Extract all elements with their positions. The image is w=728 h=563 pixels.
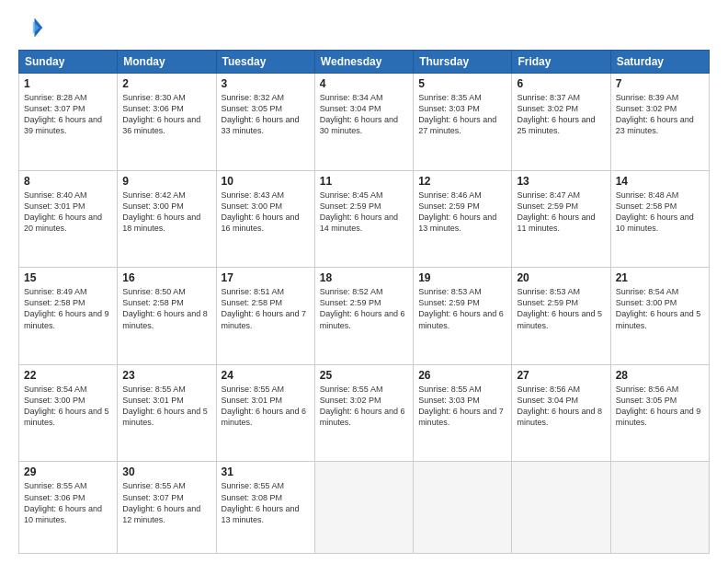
day-info: Sunrise: 8:56 AMSunset: 3:05 PMDaylight:… bbox=[616, 385, 701, 427]
day-info: Sunrise: 8:28 AMSunset: 3:07 PMDaylight:… bbox=[24, 93, 102, 135]
calendar-day bbox=[314, 462, 413, 554]
day-number: 16 bbox=[122, 271, 210, 284]
day-info: Sunrise: 8:56 AMSunset: 3:04 PMDaylight:… bbox=[517, 385, 602, 427]
calendar-day: 11 Sunrise: 8:45 AMSunset: 2:59 PMDaylig… bbox=[314, 170, 413, 268]
day-info: Sunrise: 8:46 AMSunset: 2:59 PMDaylight:… bbox=[418, 190, 496, 233]
calendar-day: 8 Sunrise: 8:40 AMSunset: 3:01 PMDayligh… bbox=[19, 170, 118, 268]
calendar-week-row: 29 Sunrise: 8:55 AMSunset: 3:06 PMDaylig… bbox=[19, 462, 710, 554]
calendar-day: 17 Sunrise: 8:51 AMSunset: 2:58 PMDaylig… bbox=[216, 268, 314, 365]
day-info: Sunrise: 8:30 AMSunset: 3:06 PMDaylight:… bbox=[122, 93, 200, 135]
calendar-day bbox=[414, 462, 512, 554]
day-info: Sunrise: 8:53 AMSunset: 2:59 PMDaylight:… bbox=[418, 287, 504, 329]
logo bbox=[18, 15, 46, 40]
calendar-day: 21 Sunrise: 8:54 AMSunset: 3:00 PMDaylig… bbox=[610, 268, 709, 365]
day-info: Sunrise: 8:50 AMSunset: 2:58 PMDaylight:… bbox=[122, 287, 208, 329]
day-info: Sunrise: 8:54 AMSunset: 3:00 PMDaylight:… bbox=[616, 287, 701, 329]
day-info: Sunrise: 8:47 AMSunset: 2:59 PMDaylight:… bbox=[517, 190, 595, 233]
day-number: 17 bbox=[222, 271, 310, 284]
calendar-day: 12 Sunrise: 8:46 AMSunset: 2:59 PMDaylig… bbox=[414, 170, 512, 268]
day-info: Sunrise: 8:42 AMSunset: 3:00 PMDaylight:… bbox=[122, 190, 200, 233]
calendar-day: 13 Sunrise: 8:47 AMSunset: 2:59 PMDaylig… bbox=[512, 170, 610, 268]
day-number: 28 bbox=[616, 369, 704, 382]
day-number: 2 bbox=[122, 77, 210, 90]
day-info: Sunrise: 8:52 AMSunset: 2:59 PMDaylight:… bbox=[320, 287, 405, 329]
day-number: 24 bbox=[222, 369, 310, 382]
calendar-week-row: 1 Sunrise: 8:28 AMSunset: 3:07 PMDayligh… bbox=[19, 74, 710, 171]
calendar-day: 10 Sunrise: 8:43 AMSunset: 3:00 PMDaylig… bbox=[216, 170, 314, 268]
day-info: Sunrise: 8:55 AMSunset: 3:03 PMDaylight:… bbox=[418, 385, 504, 427]
logo-icon bbox=[18, 15, 44, 40]
day-info: Sunrise: 8:55 AMSunset: 3:08 PMDaylight:… bbox=[222, 481, 300, 523]
calendar-weekday: Saturday bbox=[610, 51, 709, 74]
calendar-week-row: 22 Sunrise: 8:54 AMSunset: 3:00 PMDaylig… bbox=[19, 364, 710, 462]
calendar-day: 6 Sunrise: 8:37 AMSunset: 3:02 PMDayligh… bbox=[512, 74, 610, 171]
day-info: Sunrise: 8:48 AMSunset: 2:58 PMDaylight:… bbox=[616, 190, 694, 233]
calendar-day: 18 Sunrise: 8:52 AMSunset: 2:59 PMDaylig… bbox=[314, 268, 413, 365]
day-info: Sunrise: 8:53 AMSunset: 2:59 PMDaylight:… bbox=[517, 287, 602, 329]
calendar-table: SundayMondayTuesdayWednesdayThursdayFrid… bbox=[18, 50, 710, 554]
day-number: 5 bbox=[418, 77, 506, 90]
calendar-weekday: Wednesday bbox=[314, 51, 413, 74]
day-number: 9 bbox=[122, 175, 210, 188]
day-number: 3 bbox=[222, 77, 310, 90]
calendar-day: 29 Sunrise: 8:55 AMSunset: 3:06 PMDaylig… bbox=[19, 462, 118, 554]
calendar-day bbox=[610, 462, 709, 554]
day-info: Sunrise: 8:40 AMSunset: 3:01 PMDaylight:… bbox=[24, 190, 102, 233]
day-number: 1 bbox=[24, 77, 112, 90]
day-info: Sunrise: 8:54 AMSunset: 3:00 PMDaylight:… bbox=[24, 385, 109, 427]
calendar-day: 20 Sunrise: 8:53 AMSunset: 2:59 PMDaylig… bbox=[512, 268, 610, 365]
calendar-day: 1 Sunrise: 8:28 AMSunset: 3:07 PMDayligh… bbox=[19, 74, 118, 171]
day-number: 29 bbox=[24, 465, 112, 478]
day-number: 19 bbox=[418, 271, 506, 284]
day-number: 15 bbox=[24, 271, 112, 284]
day-number: 25 bbox=[320, 369, 408, 382]
day-info: Sunrise: 8:55 AMSunset: 3:07 PMDaylight:… bbox=[122, 481, 200, 523]
calendar-day: 5 Sunrise: 8:35 AMSunset: 3:03 PMDayligh… bbox=[414, 74, 512, 171]
day-number: 23 bbox=[122, 369, 210, 382]
day-number: 10 bbox=[222, 175, 310, 188]
calendar-weekday: Monday bbox=[118, 51, 216, 74]
day-number: 31 bbox=[222, 465, 310, 478]
day-number: 22 bbox=[24, 369, 112, 382]
day-info: Sunrise: 8:45 AMSunset: 2:59 PMDaylight:… bbox=[320, 190, 398, 233]
calendar-day: 28 Sunrise: 8:56 AMSunset: 3:05 PMDaylig… bbox=[610, 364, 709, 462]
calendar-day: 31 Sunrise: 8:55 AMSunset: 3:08 PMDaylig… bbox=[216, 462, 314, 554]
day-info: Sunrise: 8:55 AMSunset: 3:06 PMDaylight:… bbox=[24, 481, 102, 523]
day-number: 4 bbox=[320, 77, 408, 90]
day-info: Sunrise: 8:32 AMSunset: 3:05 PMDaylight:… bbox=[222, 93, 300, 135]
day-info: Sunrise: 8:49 AMSunset: 2:58 PMDaylight:… bbox=[24, 287, 109, 329]
calendar-day: 30 Sunrise: 8:55 AMSunset: 3:07 PMDaylig… bbox=[118, 462, 216, 554]
calendar-day: 23 Sunrise: 8:55 AMSunset: 3:01 PMDaylig… bbox=[118, 364, 216, 462]
day-number: 7 bbox=[616, 77, 704, 90]
calendar-day: 24 Sunrise: 8:55 AMSunset: 3:01 PMDaylig… bbox=[216, 364, 314, 462]
calendar-day bbox=[512, 462, 610, 554]
calendar-day: 15 Sunrise: 8:49 AMSunset: 2:58 PMDaylig… bbox=[19, 268, 118, 365]
day-number: 21 bbox=[616, 271, 704, 284]
calendar-day: 25 Sunrise: 8:55 AMSunset: 3:02 PMDaylig… bbox=[314, 364, 413, 462]
day-number: 8 bbox=[24, 175, 112, 188]
day-number: 13 bbox=[517, 175, 605, 188]
day-info: Sunrise: 8:55 AMSunset: 3:01 PMDaylight:… bbox=[122, 385, 208, 427]
calendar-day: 2 Sunrise: 8:30 AMSunset: 3:06 PMDayligh… bbox=[118, 74, 216, 171]
calendar-day: 27 Sunrise: 8:56 AMSunset: 3:04 PMDaylig… bbox=[512, 364, 610, 462]
day-info: Sunrise: 8:35 AMSunset: 3:03 PMDaylight:… bbox=[418, 93, 496, 135]
calendar-day: 19 Sunrise: 8:53 AMSunset: 2:59 PMDaylig… bbox=[414, 268, 512, 365]
day-number: 11 bbox=[320, 175, 408, 188]
calendar-header-row: SundayMondayTuesdayWednesdayThursdayFrid… bbox=[19, 51, 710, 74]
calendar-day: 7 Sunrise: 8:39 AMSunset: 3:02 PMDayligh… bbox=[610, 74, 709, 171]
day-number: 14 bbox=[616, 175, 704, 188]
day-info: Sunrise: 8:43 AMSunset: 3:00 PMDaylight:… bbox=[222, 190, 300, 233]
calendar-weekday: Friday bbox=[512, 51, 610, 74]
calendar-day: 22 Sunrise: 8:54 AMSunset: 3:00 PMDaylig… bbox=[19, 364, 118, 462]
day-number: 20 bbox=[517, 271, 605, 284]
page: SundayMondayTuesdayWednesdayThursdayFrid… bbox=[0, 0, 728, 563]
calendar-day: 26 Sunrise: 8:55 AMSunset: 3:03 PMDaylig… bbox=[414, 364, 512, 462]
day-number: 6 bbox=[517, 77, 605, 90]
day-info: Sunrise: 8:34 AMSunset: 3:04 PMDaylight:… bbox=[320, 93, 398, 135]
calendar-weekday: Thursday bbox=[414, 51, 512, 74]
day-number: 30 bbox=[122, 465, 210, 478]
calendar-weekday: Sunday bbox=[19, 51, 118, 74]
calendar-day: 9 Sunrise: 8:42 AMSunset: 3:00 PMDayligh… bbox=[118, 170, 216, 268]
calendar-weekday: Tuesday bbox=[216, 51, 314, 74]
day-info: Sunrise: 8:51 AMSunset: 2:58 PMDaylight:… bbox=[222, 287, 307, 329]
